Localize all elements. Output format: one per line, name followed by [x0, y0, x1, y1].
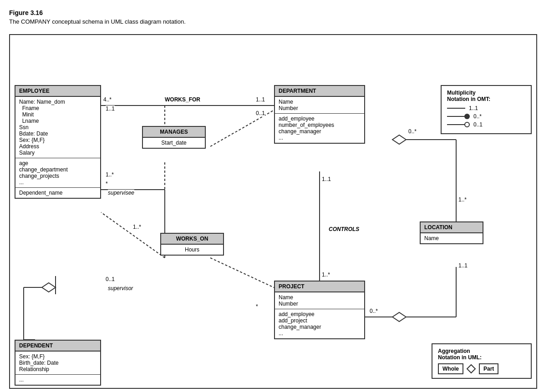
works-on-emp-mult: 1..*	[133, 224, 141, 230]
project-header: PROJECT	[275, 281, 364, 292]
project-class: PROJECT Name Number add_employee add_pro…	[274, 281, 365, 339]
notation-label-3: 0..1	[473, 121, 483, 128]
works-for-mult-dep: 1..1	[256, 96, 265, 103]
supervises-emp: 1..*	[106, 171, 114, 178]
employee-header: EMPLOYEE	[15, 86, 100, 97]
controls-proj-mult: 1..*	[322, 271, 330, 278]
figure-caption: The COMPANY conceptual schema in UML cla…	[9, 18, 540, 25]
controls-label: CONTROLS	[329, 226, 359, 232]
location-class: LOCATION Name	[420, 221, 483, 244]
notation-row-3: 0..1	[447, 121, 525, 128]
aggregation-part: Part	[479, 363, 498, 374]
supervisor-label: supervisor	[108, 285, 133, 291]
department-section2: add_employee number_of_employees change_…	[275, 114, 364, 143]
aggregation-diamond-icon	[466, 364, 476, 374]
notation-title: Multiplicity Notation in OMT:	[447, 90, 525, 102]
dependent-header: DEPENDENT	[15, 341, 100, 352]
aggregation-notation-box: Aggregation Notation in UML: Whole Part	[432, 343, 532, 379]
manages-section: Start_date	[143, 138, 205, 148]
loc-dep-mult: 1..*	[458, 196, 467, 203]
department-header: DEPARTMENT	[275, 86, 364, 97]
works-for-label: WORKS_FOR	[165, 96, 200, 103]
diagram-area: EMPLOYEE Name: Name_dom Fname Minit Lnam…	[9, 34, 537, 389]
notation-label-1: 1..1	[469, 105, 478, 111]
figure-title: Figure 3.16	[9, 9, 540, 16]
supervises-01: 0..1	[106, 276, 115, 282]
department-section1: Name Number	[275, 97, 364, 114]
supervises-star: *	[106, 181, 108, 187]
employee-section3: Dependent_name	[15, 188, 100, 198]
svg-marker-17	[392, 312, 406, 322]
dep-loc-mult: 0..*	[408, 128, 417, 135]
notation-plain-line	[447, 108, 465, 109]
loc-loc-mult: 1..1	[458, 262, 468, 269]
controls-dep-mult: 1..1	[322, 176, 331, 182]
works-on-box: WORKS_ON Hours	[160, 233, 224, 256]
manages-mult-dep: 0..1	[256, 110, 265, 116]
employee-section1: Name: Name_dom Fname Minit Lname Ssn Bda…	[15, 97, 100, 158]
works-for-mult-emp: 4..*	[103, 96, 112, 103]
notation-row-2: 0..*	[447, 113, 525, 120]
works-on-section: Hours	[161, 245, 223, 255]
dependent-section2: ...	[15, 375, 100, 385]
manages-header: MANAGES	[143, 127, 205, 138]
multiplicity-notation-box: Multiplicity Notation in OMT: 1..1 0..* …	[441, 85, 532, 134]
svg-line-6	[101, 212, 165, 258]
svg-marker-22	[467, 365, 475, 373]
location-section1: Name	[421, 233, 483, 243]
employee-class: EMPLOYEE Name: Name_dom Fname Minit Lnam…	[15, 85, 101, 199]
svg-marker-18	[42, 283, 56, 292]
dependent-class: DEPENDENT Sex: {M,F} Birth_date: Date Re…	[15, 340, 101, 386]
aggregation-row: Whole Part	[438, 363, 525, 374]
project-section1: Name Number	[275, 292, 364, 309]
location-header: LOCATION	[421, 222, 483, 233]
dependent-section1: Sex: {M,F} Birth_date: Date Relationship	[15, 352, 100, 375]
aggregation-whole: Whole	[438, 363, 463, 374]
department-class: DEPARTMENT Name Number add_employee numb…	[274, 85, 365, 144]
notation-row-1: 1..1	[447, 105, 525, 111]
notation-label-2: 0..*	[473, 113, 482, 120]
aggregation-title: Aggregation Notation in UML:	[438, 348, 525, 361]
manages-box: MANAGES Start_date	[142, 126, 206, 149]
svg-marker-16	[392, 135, 406, 144]
project-section2: add_employee add_project change_manager …	[275, 309, 364, 338]
supervisee-label: supervisee	[108, 190, 134, 196]
works-on-proj-mult: *	[256, 303, 258, 310]
manages-mult-emp: 1..1	[106, 106, 115, 112]
works-on-header: WORKS_ON	[161, 234, 223, 245]
employee-section2: age change_department change_projects ..…	[15, 158, 100, 188]
svg-line-7	[210, 258, 279, 290]
proj-loc-mult: 0..*	[370, 308, 378, 314]
